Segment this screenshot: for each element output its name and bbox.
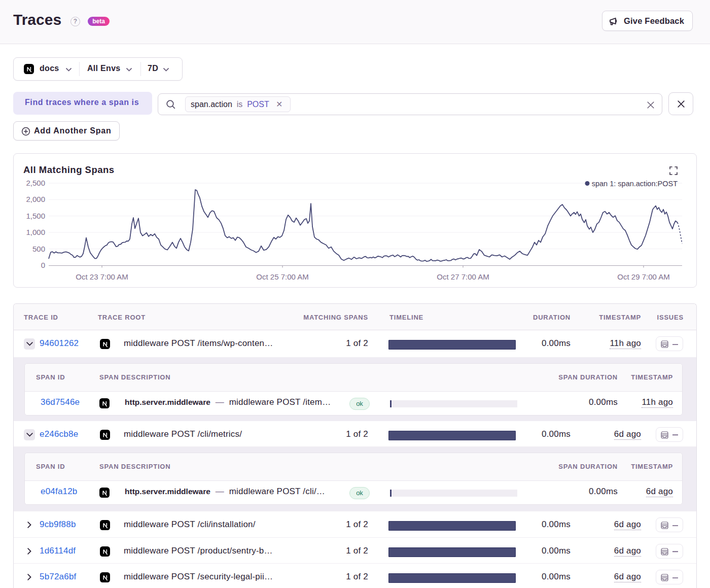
svg-text:0: 0 — [41, 261, 45, 269]
svg-text:2,500: 2,500 — [26, 179, 45, 187]
svg-text:500: 500 — [32, 245, 45, 253]
svg-text:1,500: 1,500 — [26, 212, 45, 220]
svg-text:Oct 23 7:00 AM: Oct 23 7:00 AM — [76, 272, 128, 281]
svg-text:2,000: 2,000 — [26, 195, 45, 203]
svg-text:Oct 29 7:00 AM: Oct 29 7:00 AM — [617, 272, 669, 281]
svg-text:Oct 25 7:00 AM: Oct 25 7:00 AM — [256, 272, 308, 281]
svg-text:span 1: span.action:POST: span 1: span.action:POST — [592, 180, 678, 188]
svg-text:Oct 27 7:00 AM: Oct 27 7:00 AM — [437, 272, 489, 281]
svg-text:1,000: 1,000 — [26, 228, 45, 236]
